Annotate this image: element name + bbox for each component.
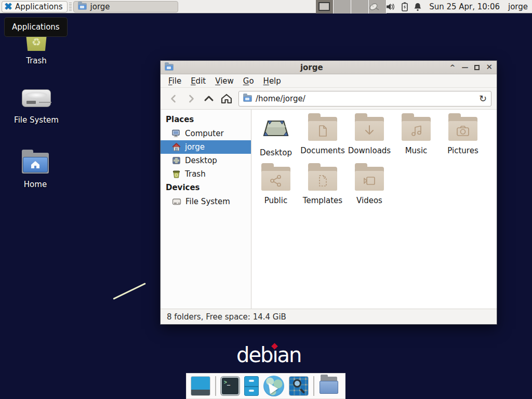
music-emblem-icon xyxy=(409,124,423,138)
folder-icon xyxy=(355,117,384,141)
battery-icon[interactable] xyxy=(401,2,408,11)
menu-edit[interactable]: Edit xyxy=(187,75,209,87)
folder-music[interactable]: Music xyxy=(393,117,440,167)
window-icon xyxy=(165,64,174,71)
up-button[interactable] xyxy=(201,91,217,107)
desktop-icon-trash-label: Trash xyxy=(8,56,65,65)
menubar: File Edit View Go Help xyxy=(161,74,497,88)
sidebar: Places Computer jorge xyxy=(161,110,251,309)
home-folder-icon xyxy=(22,153,49,174)
folder-icon xyxy=(448,117,477,141)
back-button[interactable] xyxy=(166,91,181,107)
folder-videos[interactable]: Videos xyxy=(346,167,393,217)
house-icon xyxy=(30,159,41,170)
directory-menu-button[interactable] xyxy=(319,377,340,395)
hard-drive-icon xyxy=(172,198,181,206)
location-bar[interactable]: /home/jorge/ ↻ xyxy=(238,91,491,107)
sidebar-item-desktop-label: Desktop xyxy=(185,156,217,165)
share-emblem-icon xyxy=(269,174,283,188)
desktop-folder-icon xyxy=(261,117,291,141)
dock-panel: >_ xyxy=(186,373,345,399)
notifications-icon[interactable] xyxy=(414,2,422,11)
workspace-2[interactable] xyxy=(334,0,351,14)
panel-clock[interactable]: Sun 25 Apr, 10:06 xyxy=(429,2,500,11)
sidebar-item-trash[interactable]: Trash xyxy=(161,167,251,181)
folder-label: Templates xyxy=(299,196,346,205)
location-folder-icon xyxy=(243,95,252,102)
file-manager-launcher[interactable] xyxy=(244,376,259,396)
camera-emblem-icon xyxy=(456,125,470,137)
folder-label: Downloads xyxy=(346,146,393,155)
dock-separator xyxy=(215,376,216,396)
sidebar-item-desktop[interactable]: Desktop xyxy=(161,154,251,167)
terminal-launcher[interactable]: >_ xyxy=(221,377,240,395)
workspace-window-preview xyxy=(318,2,330,11)
computer-icon xyxy=(172,129,181,138)
web-browser-launcher[interactable] xyxy=(263,376,284,396)
menu-file[interactable]: File xyxy=(165,75,185,87)
workspace-1[interactable] xyxy=(316,0,334,14)
folder-label: Public xyxy=(252,196,299,205)
sidebar-item-filesystem-label: File System xyxy=(185,197,230,206)
workspace-3[interactable] xyxy=(351,0,369,14)
folder-documents[interactable]: Documents xyxy=(299,117,346,167)
desktop-line-artifact xyxy=(113,283,145,300)
home-button[interactable] xyxy=(219,91,234,107)
debian-text: debian xyxy=(236,343,301,367)
desktop-icon-filesystem[interactable]: File System xyxy=(8,89,65,125)
folder-icon xyxy=(308,117,337,141)
sidebar-item-computer-label: Computer xyxy=(185,129,224,138)
document-emblem-icon xyxy=(316,124,329,138)
file-view[interactable]: Desktop Documents xyxy=(251,110,497,309)
desktop-icon xyxy=(172,156,181,165)
taskbar-window-label: jorge xyxy=(90,2,110,11)
menu-view[interactable]: View xyxy=(211,75,237,87)
status-text: 8 folders, Free space: 14.4 GiB xyxy=(167,312,286,322)
location-path[interactable]: /home/jorge/ xyxy=(256,94,475,103)
folder-icon xyxy=(355,167,384,191)
minimize-button[interactable]: — xyxy=(461,64,468,71)
template-emblem-icon xyxy=(316,174,329,188)
folder-templates[interactable]: Templates xyxy=(299,167,346,217)
hard-drive-icon xyxy=(22,89,51,107)
application-finder-launcher[interactable] xyxy=(289,376,309,396)
sidebar-item-computer[interactable]: Computer xyxy=(161,127,251,140)
menu-help[interactable]: Help xyxy=(260,75,285,87)
folder-public[interactable]: Public xyxy=(252,167,299,217)
sidebar-item-filesystem[interactable]: File System xyxy=(161,195,251,208)
folder-label: Videos xyxy=(346,196,393,205)
trash-icon xyxy=(172,170,181,178)
forward-button[interactable] xyxy=(183,91,199,107)
sidebar-header-places: Places xyxy=(161,113,251,127)
home-icon xyxy=(172,143,181,151)
reload-icon[interactable]: ↻ xyxy=(479,94,487,103)
magnifier-icon xyxy=(293,379,301,388)
menu-go[interactable]: Go xyxy=(240,75,258,87)
folder-icon xyxy=(261,167,290,191)
desktop-icon-filesystem-label: File System xyxy=(8,115,65,125)
shade-button[interactable]: ^ xyxy=(450,64,456,71)
folder-label: Music xyxy=(393,146,440,155)
folder-desktop[interactable]: Desktop xyxy=(252,117,299,167)
close-button[interactable]: ✕ xyxy=(486,63,493,71)
applications-menu-button[interactable]: ✖ Applications xyxy=(2,1,68,12)
desktop-icon-home-label: Home xyxy=(7,180,64,189)
debian-wordmark: debian xyxy=(236,343,301,367)
volume-icon[interactable] xyxy=(385,3,396,11)
sidebar-item-jorge[interactable]: jorge xyxy=(161,140,251,154)
maximize-button[interactable] xyxy=(474,65,480,70)
folder-icon xyxy=(308,167,337,191)
taskbar-window-button[interactable]: jorge xyxy=(73,1,178,12)
folder-pictures[interactable]: Pictures xyxy=(440,117,486,167)
show-desktop-button[interactable] xyxy=(191,376,210,396)
desktop-icon-home[interactable]: Home xyxy=(7,153,64,189)
folder-label: Pictures xyxy=(440,146,486,155)
window-title: jorge xyxy=(174,63,450,72)
mouse-icon[interactable] xyxy=(369,2,380,11)
sidebar-item-jorge-label: jorge xyxy=(185,142,205,152)
file-manager-window: jorge ^ — ✕ File Edit View Go Help /home… xyxy=(160,60,497,325)
panel-username[interactable]: jorge xyxy=(508,2,528,11)
folder-downloads[interactable]: Downloads xyxy=(346,117,393,167)
window-titlebar[interactable]: jorge ^ — ✕ xyxy=(161,61,497,74)
top-panel: ✖ Applications jorge Sun 25 Apr, xyxy=(0,0,532,14)
